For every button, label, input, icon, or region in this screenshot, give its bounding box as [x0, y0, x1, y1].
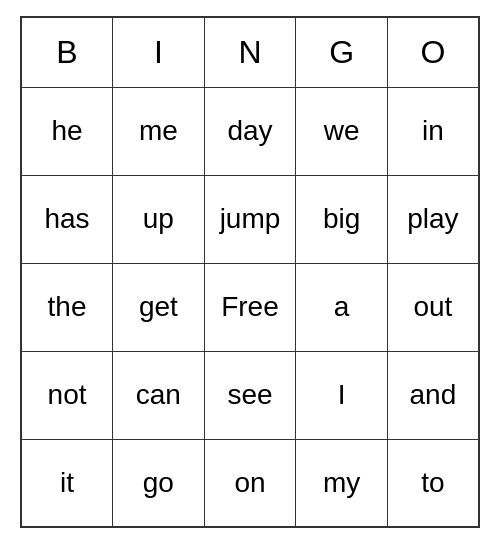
- header-col-g: G: [296, 17, 387, 87]
- bingo-cell[interactable]: out: [387, 263, 479, 351]
- bingo-cell[interactable]: we: [296, 87, 387, 175]
- table-row: hasupjumpbigplay: [21, 175, 479, 263]
- bingo-cell[interactable]: I: [296, 351, 387, 439]
- bingo-cell[interactable]: has: [21, 175, 113, 263]
- bingo-cell[interactable]: not: [21, 351, 113, 439]
- header-col-b: B: [21, 17, 113, 87]
- bingo-cell[interactable]: go: [113, 439, 205, 527]
- bingo-cell[interactable]: up: [113, 175, 205, 263]
- bingo-cell[interactable]: see: [204, 351, 296, 439]
- bingo-cell[interactable]: get: [113, 263, 205, 351]
- bingo-cell[interactable]: big: [296, 175, 387, 263]
- bingo-cell[interactable]: me: [113, 87, 205, 175]
- bingo-cell[interactable]: Free: [204, 263, 296, 351]
- bingo-cell[interactable]: on: [204, 439, 296, 527]
- bingo-cell[interactable]: in: [387, 87, 479, 175]
- header-col-i: I: [113, 17, 205, 87]
- header-col-o: O: [387, 17, 479, 87]
- bingo-cell[interactable]: play: [387, 175, 479, 263]
- table-row: thegetFreeaout: [21, 263, 479, 351]
- bingo-cell[interactable]: he: [21, 87, 113, 175]
- table-row: hemedaywein: [21, 87, 479, 175]
- bingo-cell[interactable]: my: [296, 439, 387, 527]
- table-row: itgoonmyto: [21, 439, 479, 527]
- bingo-card: BINGO hemedayweinhasupjumpbigplaythegetF…: [20, 16, 480, 528]
- bingo-cell[interactable]: a: [296, 263, 387, 351]
- bingo-cell[interactable]: the: [21, 263, 113, 351]
- bingo-cell[interactable]: to: [387, 439, 479, 527]
- bingo-cell[interactable]: jump: [204, 175, 296, 263]
- bingo-cell[interactable]: can: [113, 351, 205, 439]
- bingo-cell[interactable]: day: [204, 87, 296, 175]
- bingo-cell[interactable]: it: [21, 439, 113, 527]
- bingo-header-row: BINGO: [21, 17, 479, 87]
- bingo-cell[interactable]: and: [387, 351, 479, 439]
- table-row: notcanseeIand: [21, 351, 479, 439]
- header-col-n: N: [204, 17, 296, 87]
